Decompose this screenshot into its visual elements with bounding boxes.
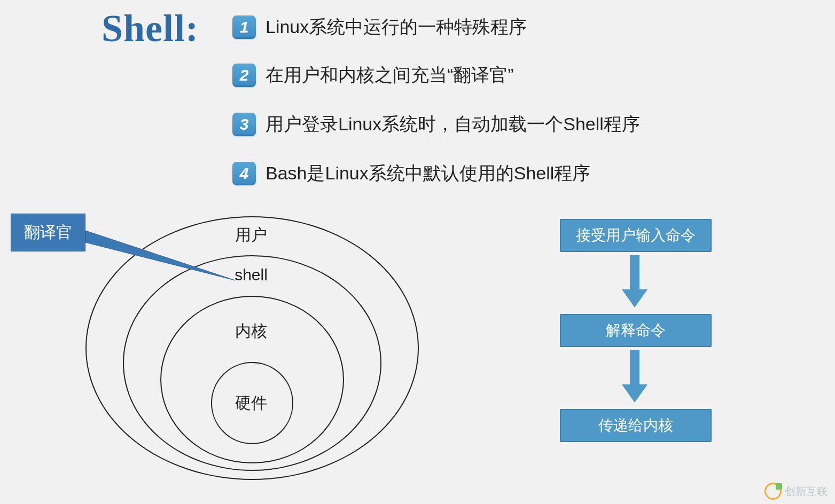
bullet-row-4: 4 Bash是Linux系统中默认使用的Shell程序 <box>232 161 590 186</box>
ellipse-label-inner: 内核 <box>235 320 267 342</box>
bullet-num-icon: 4 <box>232 162 256 185</box>
bullet-row-2: 2 在用户和内核之间充当“翻译官” <box>232 63 514 88</box>
watermark-text: 创新互联 <box>785 484 828 499</box>
ellipse-label-mid: shell <box>235 266 268 284</box>
bullet-text: 用户登录Linux系统时，自动加载一个Shell程序 <box>266 112 640 137</box>
bullet-num-icon: 3 <box>232 113 256 136</box>
diagram-stage: Shell: 1 Linux系统中运行的一种特殊程序 2 在用户和内核之间充当“… <box>0 0 835 504</box>
bullet-text: Bash是Linux系统中默认使用的Shell程序 <box>266 161 590 186</box>
watermark: 创新互联 <box>764 483 828 500</box>
flow-step-3: 传递给内核 <box>560 409 712 442</box>
flow-step-label: 解释命令 <box>606 320 666 341</box>
ellipse-label-outer: 用户 <box>235 224 267 246</box>
logo-icon <box>764 483 782 500</box>
flow-step-label: 传递给内核 <box>598 415 673 436</box>
flow-step-2: 解释命令 <box>560 314 712 347</box>
ellipse-label-core: 硬件 <box>235 392 267 414</box>
flow-step-1: 接受用户输入命令 <box>560 219 712 252</box>
bullet-num-icon: 2 <box>232 64 256 87</box>
bullet-row-1: 1 Linux系统中运行的一种特殊程序 <box>232 15 527 40</box>
callout-box: 翻译官 <box>11 214 85 251</box>
bullet-num-icon: 1 <box>232 15 256 39</box>
bullet-row-3: 3 用户登录Linux系统时，自动加载一个Shell程序 <box>232 112 640 137</box>
bullet-text: Linux系统中运行的一种特殊程序 <box>266 15 527 40</box>
bullet-text: 在用户和内核之间充当“翻译官” <box>266 63 514 88</box>
flow-step-label: 接受用户输入命令 <box>576 225 696 246</box>
page-title: Shell: <box>102 6 199 51</box>
callout-text: 翻译官 <box>24 223 72 241</box>
